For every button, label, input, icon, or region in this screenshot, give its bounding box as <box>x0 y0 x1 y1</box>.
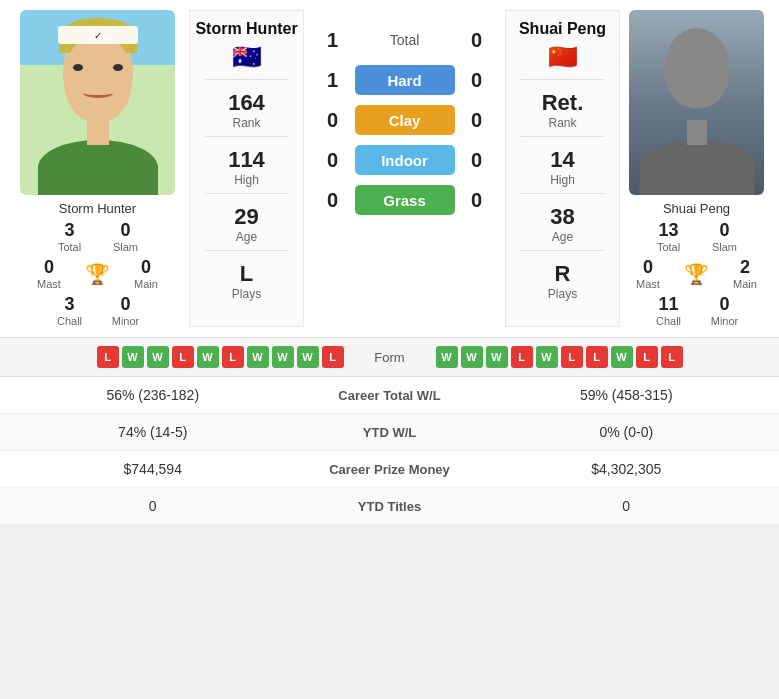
player-right-main: 2 Main <box>721 257 769 290</box>
player-right-chall: 11 Chall <box>645 294 693 327</box>
form-badge-left: W <box>197 346 219 368</box>
stat-cell-right: 0% (0-0) <box>490 424 764 440</box>
player-left-stats-row1: 3 Total 0 Slam <box>10 220 185 253</box>
player-right-slam: 0 Slam <box>701 220 749 253</box>
divider-r2 <box>521 136 603 137</box>
player-left: ✓ Storm Hunter 3 Total 0 Slam <box>10 10 185 327</box>
player-left-total: 3 Total <box>46 220 94 253</box>
top-section: ✓ Storm Hunter 3 Total 0 Slam <box>0 0 779 337</box>
player-left-info-panel: Storm Hunter 🇦🇺 164 Rank 114 High 29 Age… <box>189 10 304 327</box>
stat-cell-middle: Career Total W/L <box>290 388 490 403</box>
form-label: Form <box>350 350 430 365</box>
badge-clay: Clay <box>355 105 455 135</box>
stat-cell-right: 0 <box>490 498 764 514</box>
player-right: Shuai Peng 13 Total 0 Slam 0 Mast 🏆 <box>624 10 769 327</box>
player-right-info-name: Shuai Peng <box>519 19 606 39</box>
player-right-stats-row2: 0 Mast 🏆 2 Main <box>624 257 769 290</box>
left-rank-box: 164 Rank <box>195 90 298 130</box>
player-left-info-name: Storm Hunter <box>195 19 297 39</box>
player-left-photo: ✓ <box>20 10 175 195</box>
score-row-grass: 0 Grass 0 <box>313 185 496 215</box>
divider2 <box>205 136 287 137</box>
scores-panel: 1 Total 0 1 Hard 0 0 Clay 0 0 Indoor 0 <box>308 10 501 327</box>
table-row: $744,594Career Prize Money$4,302,305 <box>0 451 779 488</box>
stat-cell-right: $4,302,305 <box>490 461 764 477</box>
player-left-stats-row2: 0 Mast 🏆 0 Main <box>10 257 185 290</box>
player-right-flag: 🇨🇳 <box>548 43 578 71</box>
player-right-stats-row3: 11 Chall 0 Minor <box>624 294 769 327</box>
form-badge-left: L <box>172 346 194 368</box>
form-badge-right: L <box>636 346 658 368</box>
form-badge-right: W <box>486 346 508 368</box>
form-badges-right: WWWLWLLWLL <box>436 346 770 368</box>
form-badge-right: W <box>611 346 633 368</box>
stat-cell-middle: YTD W/L <box>290 425 490 440</box>
stat-cell-left: 74% (14-5) <box>16 424 290 440</box>
player-right-info-panel: Shuai Peng 🇨🇳 Ret. Rank 14 High 38 Age R… <box>505 10 620 327</box>
divider-r1 <box>521 79 603 80</box>
player-left-chall: 3 Chall <box>46 294 94 327</box>
player-left-stats-row3: 3 Chall 0 Minor <box>10 294 185 327</box>
stat-cell-middle: YTD Titles <box>290 499 490 514</box>
score-row-clay: 0 Clay 0 <box>313 105 496 135</box>
divider3 <box>205 193 287 194</box>
form-section: LWWLWLWWWL Form WWWLWLLWLL <box>0 337 779 376</box>
stat-cell-right: 59% (458-315) <box>490 387 764 403</box>
form-badge-right: L <box>561 346 583 368</box>
player-left-minor: 0 Minor <box>102 294 150 327</box>
form-badge-right: L <box>511 346 533 368</box>
table-row: 74% (14-5)YTD W/L0% (0-0) <box>0 414 779 451</box>
form-badge-right: L <box>661 346 683 368</box>
form-badge-right: L <box>586 346 608 368</box>
player-left-mast: 0 Mast <box>25 257 73 290</box>
player-right-stats-row1: 13 Total 0 Slam <box>624 220 769 253</box>
player-left-main: 0 Main <box>122 257 170 290</box>
form-badge-left: W <box>247 346 269 368</box>
divider-r3 <box>521 193 603 194</box>
right-high-box: 14 High <box>511 147 614 187</box>
left-age-box: 29 Age <box>195 204 298 244</box>
table-row: 56% (236-182)Career Total W/L59% (458-31… <box>0 377 779 414</box>
player-right-mast: 0 Mast <box>624 257 672 290</box>
form-badge-right: W <box>436 346 458 368</box>
form-badge-left: L <box>322 346 344 368</box>
right-rank-box: Ret. Rank <box>511 90 614 130</box>
stats-table: 56% (236-182)Career Total W/L59% (458-31… <box>0 376 779 525</box>
main-container: ✓ Storm Hunter 3 Total 0 Slam <box>0 0 779 525</box>
form-badge-left: W <box>122 346 144 368</box>
score-row-indoor: 0 Indoor 0 <box>313 145 496 175</box>
badge-hard: Hard <box>355 65 455 95</box>
form-badge-left: L <box>222 346 244 368</box>
divider4 <box>205 250 287 251</box>
badge-total: Total <box>355 25 455 55</box>
form-badge-right: W <box>461 346 483 368</box>
divider-r4 <box>521 250 603 251</box>
stat-cell-left: 0 <box>16 498 290 514</box>
form-badges-left: LWWLWLWWWL <box>10 346 344 368</box>
player-right-total: 13 Total <box>645 220 693 253</box>
left-high-box: 114 High <box>195 147 298 187</box>
form-badge-left: W <box>272 346 294 368</box>
form-badge-left: W <box>147 346 169 368</box>
right-age-box: 38 Age <box>511 204 614 244</box>
stat-cell-left: $744,594 <box>16 461 290 477</box>
player-left-name: Storm Hunter <box>59 201 136 216</box>
badge-indoor: Indoor <box>355 145 455 175</box>
trophy-icon-left: 🏆 <box>85 262 110 286</box>
divider1 <box>205 79 287 80</box>
player-left-slam: 0 Slam <box>102 220 150 253</box>
badge-grass: Grass <box>355 185 455 215</box>
stat-cell-middle: Career Prize Money <box>290 462 490 477</box>
score-row-total: 1 Total 0 <box>313 25 496 55</box>
player-right-minor: 0 Minor <box>701 294 749 327</box>
player-right-photo <box>629 10 764 195</box>
trophy-icon-right: 🏆 <box>684 262 709 286</box>
stat-cell-left: 56% (236-182) <box>16 387 290 403</box>
right-plays-box: R Plays <box>511 261 614 301</box>
table-row: 0YTD Titles0 <box>0 488 779 525</box>
form-badge-left: W <box>297 346 319 368</box>
player-left-flag: 🇦🇺 <box>232 43 262 71</box>
player-right-name: Shuai Peng <box>663 201 730 216</box>
form-badge-right: W <box>536 346 558 368</box>
left-plays-box: L Plays <box>195 261 298 301</box>
